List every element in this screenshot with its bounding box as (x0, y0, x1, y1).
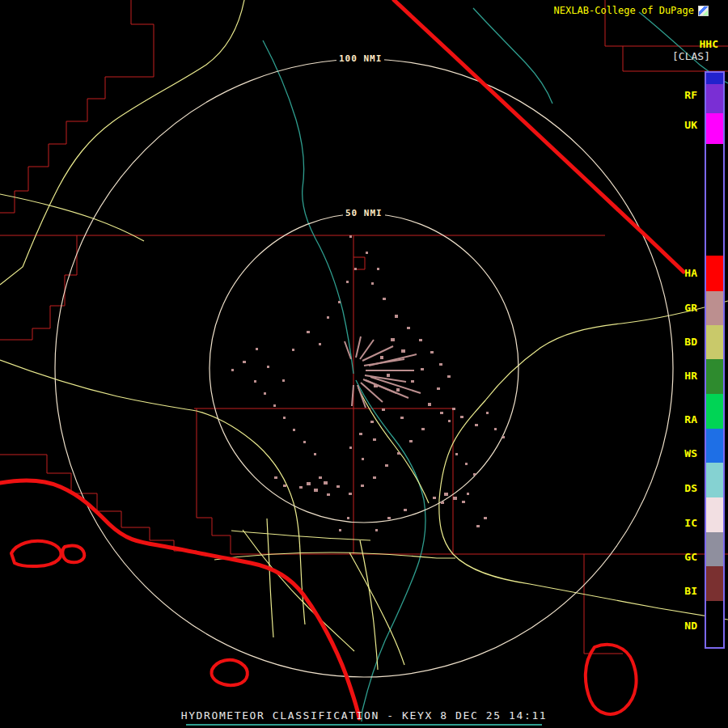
colorbar-segment (706, 144, 723, 256)
range-ring-label-100: 100 NMI (336, 53, 384, 65)
highway-lines (0, 0, 728, 670)
county-boundaries (0, 0, 728, 654)
product-mode: [CLAS] (672, 50, 710, 62)
brand: NEXLAB-College of DuPage (554, 5, 709, 16)
range-ring-label-50: 50 NMI (343, 207, 385, 219)
colorbar-segment (706, 73, 723, 84)
colorbar-segment (706, 325, 723, 359)
colorbar-segment (706, 497, 723, 532)
nexlab-logo-icon (698, 6, 709, 16)
colorbar-segment (706, 463, 723, 497)
product-id: HHC (700, 38, 718, 50)
range-ring-100nmi (55, 59, 673, 677)
colorbar-segment (706, 84, 723, 113)
radar-map (0, 0, 728, 728)
colorbar-segment (706, 359, 723, 394)
colorbar-segment (706, 601, 723, 647)
radar-echoes (231, 235, 505, 531)
colorbar-segment (706, 291, 723, 325)
colorbar-segment (706, 429, 723, 463)
range-rings (55, 59, 673, 677)
radar-display: NEXLAB-College of DuPage HHC [CLAS] 100 … (0, 0, 728, 728)
range-ring-50nmi (210, 214, 518, 523)
colorbar-segment (706, 256, 723, 291)
brand-text: NEXLAB-College of DuPage (554, 5, 694, 16)
colorbar-segment (706, 394, 723, 429)
colorbar-segment (706, 113, 723, 144)
river-lines (263, 8, 728, 722)
title-underline (186, 724, 542, 726)
colorbar-segment (706, 532, 723, 566)
product-title: HYDROMETEOR CLASSIFICATION - KEYX 8 DEC … (0, 709, 728, 722)
major-highways (0, 0, 684, 718)
colorbar (705, 71, 725, 649)
colorbar-segment (706, 566, 723, 601)
